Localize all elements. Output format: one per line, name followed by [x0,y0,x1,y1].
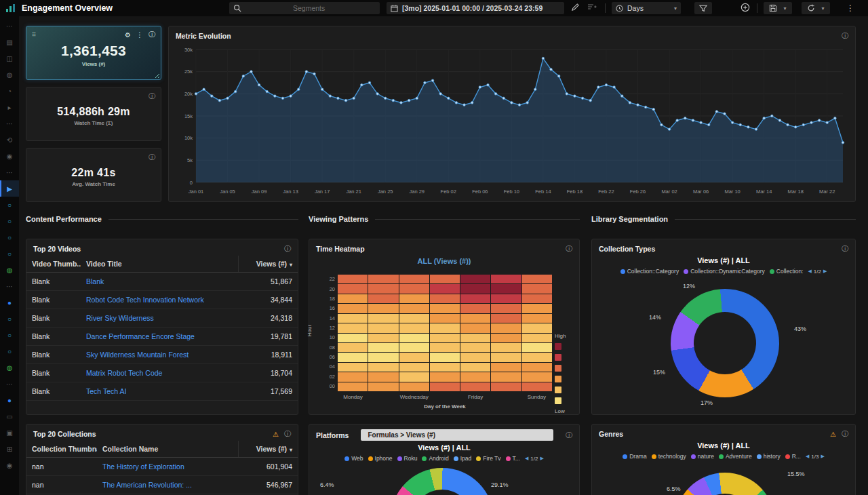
legend-item[interactable]: Iphone [368,455,393,462]
prev-page-icon[interactable]: ◀ [806,454,809,459]
resize-handle[interactable] [153,72,159,78]
info-icon[interactable]: ⓘ [149,153,155,162]
next-page-icon[interactable]: ▶ [823,269,827,274]
table-row[interactable]: BlankRobot Code Tech Innovation Network3… [26,291,298,309]
sidebar-item-circle[interactable]: ○ [0,213,19,229]
sidebar-item-menu-dots[interactable]: ⋯ [0,278,19,294]
info-icon[interactable]: ⓘ [149,30,155,39]
table-row[interactable]: BlankMatrix Robot Tech Code18,704 [26,364,298,382]
edit-pencil-icon[interactable] [571,3,580,12]
search-input[interactable] [241,3,282,13]
refresh-button[interactable]: ▾ [802,2,830,14]
platforms-donut-chart[interactable] [391,468,494,495]
compare-lines-icon[interactable] [587,3,597,11]
sidebar-item-monitor[interactable]: ▭ [0,408,19,424]
table-row[interactable]: BlankRiver Sky Wilderness24,318 [26,309,298,328]
sort-desc-icon[interactable]: ▾ [290,447,292,453]
column-header[interactable]: Video Thumb... [26,256,81,273]
add-widget-button[interactable] [741,3,750,12]
sidebar-item-users[interactable]: ◫ [0,50,19,66]
sidebar-item-record[interactable]: ◉ [0,148,19,164]
column-header[interactable]: Views (#)▾ [238,256,298,273]
formula-select[interactable]: Formulas > Views (#) [361,429,553,441]
sidebar-item-menu-dots[interactable]: ⋯ [0,115,19,132]
kebab-icon[interactable]: ⋮ [136,31,143,39]
sidebar-item-circle[interactable]: ○ [0,197,19,213]
sidebar-item-dot-blue[interactable]: ● [0,294,19,311]
legend-item[interactable]: Roku [397,455,418,462]
info-icon[interactable]: ⓘ [842,31,848,41]
table-row[interactable]: nanThe American Revolution: ...546,967 [26,476,298,494]
save-button[interactable]: ▾ [764,2,792,14]
title-link[interactable]: Tech Tech AI [86,387,126,395]
search-bar[interactable]: Segments [229,2,380,14]
legend-item[interactable]: Adventure [719,453,752,460]
column-header[interactable]: Collection Name [97,441,238,458]
sidebar-item-document[interactable]: ▤ [0,34,19,50]
legend-item[interactable]: history [757,453,781,460]
sidebar-item-menu-dots[interactable]: ⋯ [0,164,19,180]
sort-desc-icon[interactable]: ▾ [290,262,292,268]
heatmap-series-title[interactable]: ALL (Views (#)) [309,257,579,265]
kpi-card-watch-time[interactable]: ⓘ 514,886h 29m Watch Time (Σ) [26,87,161,141]
date-range-picker[interactable]: [3mo] 2025-01-01 00:00 / 2025-03-24 23:5… [387,2,564,14]
sidebar-item-circle[interactable]: ○ [0,229,19,245]
column-header[interactable]: Views (#)▾ [238,441,298,458]
info-icon[interactable]: ⓘ [566,244,572,254]
sidebar-item-circle[interactable]: ○ [0,343,19,359]
segments-selector[interactable]: Segments [288,4,376,12]
genres-donut-chart[interactable] [675,473,775,495]
table-row[interactable]: nanThe History of Exploration601,904 [26,458,298,476]
warning-icon[interactable]: ⚠ [830,431,836,438]
legend-item[interactable]: Web [344,455,363,462]
sidebar-item-circle[interactable]: ○ [0,311,19,327]
column-header[interactable]: Collection Thumbnail [26,441,97,458]
legend-item[interactable]: technology [652,453,686,460]
sidebar-item-circle[interactable]: ○ [0,327,19,343]
title-link[interactable]: The American Revolution: ... [102,481,192,489]
legend-item[interactable]: Collection: [770,268,804,275]
info-icon[interactable]: ⓘ [284,429,291,439]
sidebar-item-history[interactable]: ⟲ [0,132,19,148]
sidebar-item-circle[interactable]: ○ [0,245,19,262]
title-link[interactable]: Matrix Robot Tech Code [86,369,162,377]
title-link[interactable]: Blank [86,277,104,285]
more-options-kebab-icon[interactable]: ⋮ [846,3,854,13]
legend-item[interactable]: Collection::DynamicCategory [684,268,765,275]
legend-item[interactable]: Android [422,455,448,462]
line-chart[interactable]: 05k10k15k20k25k30kJan 01Jan 05Jan 09Jan … [173,45,851,199]
table-row[interactable]: BlankTech Tech AI17,569 [26,382,298,401]
legend-item[interactable]: nature [691,453,714,460]
info-icon[interactable]: ⓘ [566,431,572,440]
legend-item[interactable]: Drama [623,453,647,460]
sidebar-item-circle-green[interactable]: ◍ [0,262,19,278]
sidebar-item-grid[interactable]: ⊞ [0,441,19,457]
next-page-icon[interactable]: ▶ [540,456,543,461]
sidebar-item-video-active[interactable]: ▶ [0,180,19,197]
prev-page-icon[interactable]: ◀ [808,269,811,274]
kpi-card-views[interactable]: ⠿ ⚙ ⋮ ⓘ 1,361,453 Views (#) [26,26,161,80]
collection-types-donut-chart[interactable] [671,289,779,397]
sidebar-item-menu-dots[interactable]: ⋯ [0,376,19,392]
title-link[interactable]: The History of Exploration [102,462,184,471]
sidebar-item-card[interactable]: ▣ [0,424,19,441]
warning-icon[interactable]: ⚠ [273,431,279,438]
title-link[interactable]: Dance Performance Encore Stage [86,332,195,340]
legend-item[interactable]: R... [785,453,801,460]
sidebar-item-globe[interactable]: ◍ [0,66,19,83]
table-row[interactable]: BlankDance Performance Encore Stage19,78… [26,328,298,346]
sidebar-item-dot-blue[interactable]: ● [0,392,19,408]
table-row[interactable]: BlankBlank51,867 [26,273,298,291]
info-icon[interactable]: ⓘ [284,244,291,254]
granularity-dropdown[interactable]: Days ▾ [612,2,681,14]
info-icon[interactable]: ⓘ [842,429,848,439]
title-link[interactable]: River Sky Wilderness [86,314,154,322]
sidebar-item-user[interactable]: ◉ [0,457,19,473]
gear-icon[interactable]: ⚙ [125,31,131,39]
next-page-icon[interactable]: ▶ [821,454,824,459]
title-link[interactable]: Sky Wilderness Mountain Forest [86,351,189,359]
legend-item[interactable]: Collection::Category [620,268,679,275]
column-header[interactable]: Video Title [81,256,238,273]
sidebar-item-menu-dots[interactable]: ⋯ [0,18,19,34]
legend-item[interactable]: T... [506,455,520,462]
